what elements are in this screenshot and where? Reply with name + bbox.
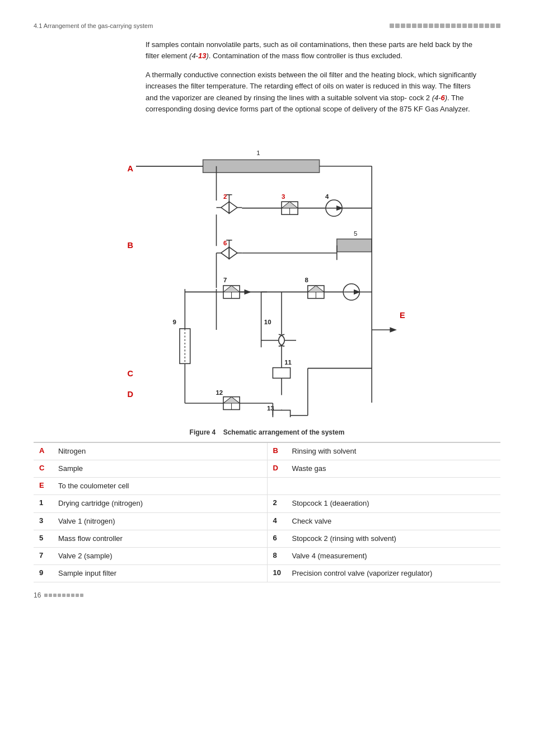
val-D: Waste gas (292, 464, 326, 474)
label-A: A (127, 164, 133, 173)
svg-marker-2 (221, 202, 229, 213)
legend-cell-9: 9 Sample input filter (34, 565, 268, 582)
legend-row-E: E To the coulometer cell (34, 478, 500, 495)
component-10-left (279, 334, 284, 346)
val-9: Sample input filter (58, 568, 116, 578)
val-8: Valve 4 (measurement) (292, 551, 367, 561)
key-E: E (39, 481, 54, 489)
component-1-rect (203, 160, 320, 172)
key-6: 6 (273, 534, 288, 542)
page-footer: 16 (34, 591, 83, 599)
key-4: 4 (273, 516, 288, 525)
legend-cell-empty (268, 478, 501, 494)
label-11-num: 11 (284, 359, 292, 366)
key-A: A (39, 446, 54, 455)
label-5-num: 5 (354, 230, 357, 236)
valve-6-symbol (217, 240, 242, 259)
val-C: Sample (58, 464, 83, 474)
figure-title: Schematic arrangement of the system (223, 428, 345, 436)
label-1-num: 1 (256, 150, 260, 156)
label-4-num: 4 (325, 193, 329, 200)
key-2: 2 (273, 498, 288, 507)
label-D: D (127, 389, 133, 398)
legend-cell-7: 7 Valve 2 (sample) (34, 548, 268, 564)
component-11-box (273, 367, 290, 378)
val-4: Check valve (292, 516, 332, 526)
legend-cell-C: C Sample (34, 460, 268, 477)
key-1: 1 (39, 498, 54, 507)
key-10: 10 (273, 568, 288, 577)
legend-cell-8: 8 Valve 4 (measurement) (268, 548, 501, 564)
key-5: 5 (39, 534, 54, 542)
schematic-diagram: A 1 2 3 4 (105, 126, 429, 417)
key-D: D (273, 464, 288, 472)
key-9: 9 (39, 568, 54, 577)
legend-row-56: 5 Mass flow controller 6 Stopcock 2 (rin… (34, 530, 500, 548)
label-6-num: 6 (223, 240, 227, 246)
section-label: 4.1 Arrangement of the gas-carrying syst… (34, 22, 153, 29)
val-E: To the coulometer cell (58, 481, 129, 491)
component-10-right (279, 334, 284, 346)
legend-cell-B: B Rinsing with solvent (268, 443, 501, 460)
val-B: Rinsing with solvent (292, 446, 357, 456)
header-decoration (390, 24, 500, 28)
label-8-num: 8 (305, 277, 309, 283)
legend-cell-6: 6 Stopcock 2 (rinsing with solvent) (268, 530, 501, 547)
key-3: 3 (39, 516, 54, 525)
legend-row-AB: A Nitrogen B Rinsing with solvent (34, 443, 500, 460)
valve-2-symbol (217, 195, 242, 213)
legend-row-12: 1 Drying cartridge (nitrogen) 2 Stopcock… (34, 495, 500, 512)
key-7: 7 (39, 551, 54, 559)
component-5-rect (337, 239, 372, 252)
svg-marker-9 (229, 247, 237, 259)
label-B: B (127, 241, 133, 250)
val-6: Stopcock 2 (rinsing with solvent) (292, 534, 396, 544)
legend-cell-3: 3 Valve 1 (nitrogen) (34, 513, 268, 530)
val-10: Precision control valve (vaporizer regul… (292, 568, 433, 578)
legend-cell-10: 10 Precision control valve (vaporizer re… (268, 565, 501, 582)
component-13-box (273, 410, 290, 417)
key-8: 8 (273, 551, 288, 559)
diagram-container: A 1 2 3 4 (105, 126, 429, 417)
figure-caption: Figure 4 Schematic arrangement of the sy… (34, 428, 500, 436)
val-5: Mass flow controller (58, 534, 123, 544)
page-number: 16 (34, 591, 41, 599)
legend-section: A Nitrogen B Rinsing with solvent C Samp… (34, 442, 500, 583)
footer-decoration (44, 594, 83, 597)
legend-row-910: 9 Sample input filter 10 Precision contr… (34, 565, 500, 582)
svg-marker-3 (229, 202, 237, 213)
legend-row-78: 7 Valve 2 (sample) 8 Valve 4 (measuremen… (34, 548, 500, 565)
figure-label: Figure 4 (190, 428, 216, 436)
page-header: 4.1 Arrangement of the gas-carrying syst… (34, 22, 500, 29)
legend-row-34: 3 Valve 1 (nitrogen) 4 Check valve (34, 513, 500, 530)
legend-cell-2: 2 Stopcock 1 (deaeration) (268, 495, 501, 512)
label-7-num: 7 (223, 277, 227, 283)
paragraph-1: If samples contain nonvolatile parts, su… (146, 39, 484, 62)
val-A: Nitrogen (58, 446, 86, 456)
legend-cell-E: E To the coulometer cell (34, 478, 268, 494)
key-C: C (39, 464, 54, 472)
label-10-num: 10 (264, 318, 271, 325)
page: 4.1 Arrangement of the gas-carrying syst… (0, 0, 534, 616)
label-E: E (400, 311, 405, 320)
label-9-num: 9 (173, 318, 176, 325)
legend-cell-5: 5 Mass flow controller (34, 530, 268, 547)
val-3: Valve 1 (nitrogen) (58, 516, 115, 526)
legend-row-CD: C Sample D Waste gas (34, 460, 500, 478)
label-12-num: 12 (216, 389, 223, 396)
legend-cell-1: 1 Drying cartridge (nitrogen) (34, 495, 268, 512)
legend-cell-4: 4 Check valve (268, 513, 501, 530)
paragraph-2: A thermally conductive connection exists… (146, 69, 484, 115)
key-B: B (273, 446, 288, 455)
val-7: Valve 2 (sample) (58, 551, 113, 561)
val-1: Drying cartridge (nitrogen) (58, 498, 143, 508)
val-2: Stopcock 1 (deaeration) (292, 498, 369, 508)
legend-cell-D: D Waste gas (268, 460, 501, 477)
label-3-num: 3 (282, 193, 285, 200)
legend-cell-A: A Nitrogen (34, 443, 268, 460)
label-2-num: 2 (223, 193, 227, 200)
svg-marker-8 (221, 247, 229, 259)
label-C: C (127, 369, 133, 378)
